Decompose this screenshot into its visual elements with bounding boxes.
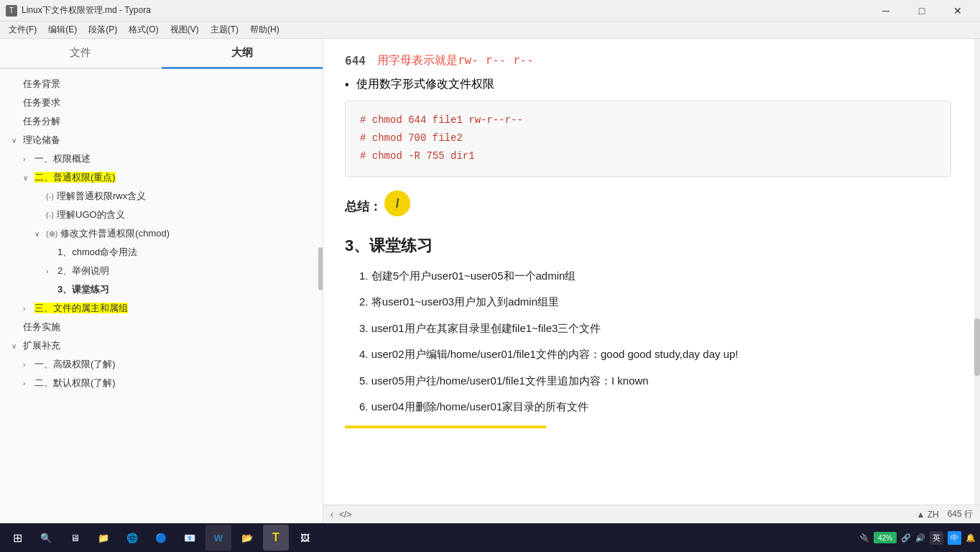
outline-label: 修改文件普通权限(chmod) [60,227,170,240]
exercise-5: 5. user05用户往/home/user01/file1文件里追加内容：I … [359,373,951,390]
section3-heading: 3、课堂练习 [345,235,951,257]
ime-en[interactable]: 英 [930,531,943,545]
menu-file[interactable]: 文件(F) [3,22,42,37]
outline-item-mrqx[interactable]: › 二、默认权限(了解) [0,374,323,392]
outline-label: 任务实施 [23,321,60,334]
edge-button[interactable]: 🌐 [119,525,145,551]
menu-help[interactable]: 帮助(H) [244,22,285,37]
menu-paragraph[interactable]: 段落(P) [83,22,123,37]
minimize-button[interactable]: ─ [869,0,902,22]
app-icon: T [6,5,17,17]
exercise-num: 1. [359,270,371,282]
outline-label: 1、chmod命令用法 [57,246,137,259]
titlebar-left: T Linux下文件权限管理.md - Typora [6,4,151,17]
outline-item-chmod-cmd[interactable]: 1、chmod命令用法 [0,243,323,262]
outline-item-shuzhu[interactable]: › 三、文件的属主和属组 [0,299,323,318]
outline-item-julieshuo[interactable]: › 2、举例说明 [0,262,323,280]
outline-label: 2、举例说明 [57,264,109,277]
code-line-3: # chmod -R 755 dir1 [360,147,936,165]
titlebar-controls[interactable]: ─ □ ✕ [869,0,974,22]
tab-outline[interactable]: 大纲 [162,39,323,69]
content-scrollbar-track[interactable] [974,39,980,505]
exercise-num: 5. [359,374,371,387]
source-code-toggle[interactable]: </> [339,510,351,520]
close-button[interactable]: ✕ [941,0,974,22]
outline-item-ptqx[interactable]: ∨ 二、普通权限(重点) [0,168,323,187]
outline-label: 理解UGO的含义 [57,208,125,221]
task-view-button[interactable]: 🖥 [62,525,88,551]
tab-file[interactable]: 文件 [0,39,162,69]
nav-back-icon[interactable]: ‹ [330,510,333,520]
outline-label: 一、高级权限(了解) [34,358,116,371]
content-area: 644 用字母表示就是rw- r-- r-- • 使用数字形式修改文件权限 # … [323,39,980,523]
window-title: Linux下文件权限管理.md - Typora [22,4,151,17]
exercise-4: 4. user02用户编辑/home/user01/file1文件的内容：goo… [359,346,951,363]
sidebar-scrollbar-thumb[interactable] [318,247,323,290]
code-desc: 用字母表示就是rw- r-- r-- [377,53,534,68]
code-badge: 644 [345,54,366,68]
warning-icon: ▲ ZH [916,510,938,520]
search-button[interactable]: 🔍 [33,525,59,551]
word-button[interactable]: W [205,525,231,551]
exercise-text: user02用户编辑/home/user01/file1文件的内容：good g… [371,348,739,360]
outline-item-renwuff[interactable]: 任务分解 [0,112,323,131]
exercise-text: 将user01~user03用户加入到admin组里 [371,295,559,308]
outline-label: 二、普通权限(重点) [34,171,116,184]
system-tray-plug: 🔌 [859,533,869,543]
taskbar: ⊞ 🔍 🖥 📁 🌐 🔵 📧 W 📂 T 🖼 🔌 42% 🔗 🔊 英 中 🔔 [0,523,980,552]
outline-label: 三、文件的属主和属组 [34,302,128,315]
outline-item-renwuyq[interactable]: 任务要求 [0,93,323,112]
yellow-underline [345,426,546,428]
exercises-list: 1. 创建5个用户user01~user05和一个admin组 2. 将user… [359,268,951,415]
bullet-icon: • [345,78,349,91]
content-scrollbar-thumb[interactable] [974,318,980,376]
outline-item-liluncb[interactable]: ∨ 理论储备 [0,131,323,150]
outline-item-renwusj[interactable]: 任务实施 [0,318,323,336]
taskbar-right: 🔌 42% 🔗 🔊 英 中 🔔 [859,531,976,545]
outline-item-qxgl[interactable]: › 一、权限概述 [0,150,323,168]
image-button[interactable]: 🖼 [292,525,318,551]
settings-button[interactable]: 🔵 [148,525,174,551]
outline-label: 扩展补充 [23,339,60,352]
exercise-num: 6. [359,400,371,413]
outline-item-ktlx[interactable]: 3、课堂练习 [0,280,323,299]
bottom-right: ▲ ZH 645 行 [916,508,973,520]
code-line-2: # chmod 700 file2 [360,129,936,147]
toggle-icon: › [23,155,33,163]
email-button[interactable]: 📧 [177,525,203,551]
battery-pct: 42% [878,534,892,542]
outline-item-xgqx[interactable]: ∨ (⊕) 修改文件普通权限(chmod) [0,224,323,243]
files-button[interactable]: 📂 [234,525,260,551]
battery-indicator: 42% [874,532,897,543]
maximize-button[interactable]: □ [905,0,938,22]
menu-view[interactable]: 视图(V) [165,22,205,37]
line-count: 645 行 [948,508,973,520]
typora-button[interactable]: T [263,525,289,551]
start-button[interactable]: ⊞ [4,525,30,551]
content-scroll[interactable]: 644 用字母表示就是rw- r-- r-- • 使用数字形式修改文件权限 # … [323,39,980,505]
notifications-icon[interactable]: 🔔 [966,533,976,543]
outline-item-kzzbc[interactable]: ∨ 扩展补充 [0,336,323,355]
sidebar-tabs: 文件 大纲 [0,39,323,69]
exercise-2: 2. 将user01~user03用户加入到admin组里 [359,294,951,310]
sidebar-scrollbar[interactable] [318,63,323,523]
outline-item-renwubj[interactable]: 任务背景 [0,75,323,93]
outline-label: 3、课堂练习 [57,283,109,296]
menu-format[interactable]: 格式(O) [123,22,164,37]
network-icon: 🔗 [901,533,911,543]
outline-list: 任务背景 任务要求 任务分解 ∨ 理论储备 › 一、权限概述 ∨ 二、普通权限(… [0,69,323,523]
exercise-text: 创建5个用户user01~user05和一个admin组 [371,270,576,282]
outline-item-ljrwx[interactable]: (-) 理解普通权限rwx含义 [0,187,323,206]
sidebar: 文件 大纲 任务背景 任务要求 任务分解 ∨ 理论储备 › [0,39,323,523]
ime-zh[interactable]: 中 [948,531,961,545]
toggle-icon: › [23,305,33,313]
menu-theme[interactable]: 主题(T) [205,22,244,37]
outline-item-gjqx[interactable]: › 一、高级权限(了解) [0,355,323,374]
menu-edit[interactable]: 编辑(E) [42,22,83,37]
outline-label: 一、权限概述 [34,152,91,165]
exercise-text: user04用删除/home/user01家目录的所有文件 [371,400,589,413]
outline-item-ljugo[interactable]: (-) 理解UGO的含义 [0,206,323,224]
exercise-1: 1. 创建5个用户user01~user05和一个admin组 [359,268,951,285]
code-line-1: # chmod 644 file1 rw-r--r-- [360,111,936,129]
explorer-button[interactable]: 📁 [91,525,116,551]
